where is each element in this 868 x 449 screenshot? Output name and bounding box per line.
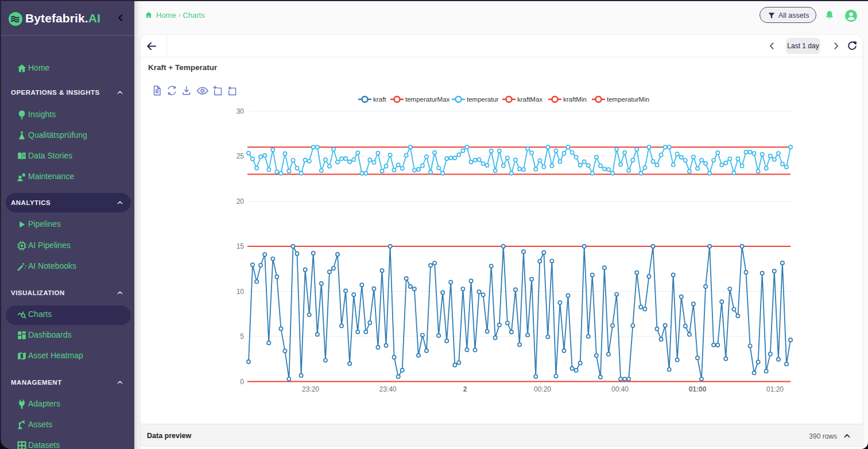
svg-text:01:20: 01:20 bbox=[766, 385, 784, 393]
svg-text:00:20: 00:20 bbox=[534, 385, 551, 393]
svg-text:10: 10 bbox=[237, 288, 245, 296]
svg-text:2: 2 bbox=[463, 385, 467, 393]
svg-text:30: 30 bbox=[237, 107, 245, 115]
svg-text:temperaturMin: temperaturMin bbox=[607, 96, 649, 103]
svg-text:kraftMax: kraftMax bbox=[517, 96, 542, 103]
svg-text:23:20: 23:20 bbox=[302, 385, 319, 393]
svg-text:15: 15 bbox=[237, 242, 245, 250]
svg-text:kraftMin: kraftMin bbox=[563, 96, 587, 103]
svg-text:20: 20 bbox=[237, 198, 245, 206]
svg-text:5: 5 bbox=[240, 332, 244, 340]
svg-text:0: 0 bbox=[240, 378, 244, 386]
svg-text:kraft: kraft bbox=[373, 96, 386, 103]
svg-text:00:40: 00:40 bbox=[611, 385, 629, 393]
svg-text:temperaturMax: temperaturMax bbox=[405, 96, 450, 103]
svg-text:temperatur: temperatur bbox=[467, 96, 499, 103]
svg-text:01:00: 01:00 bbox=[689, 385, 707, 393]
svg-text:25: 25 bbox=[237, 152, 245, 160]
svg-text:23:40: 23:40 bbox=[379, 385, 396, 393]
